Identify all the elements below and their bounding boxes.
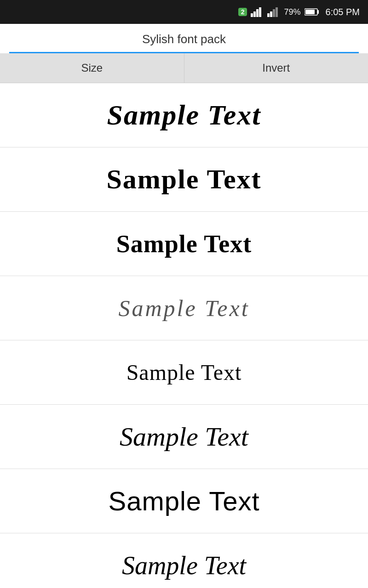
font-list-item-3[interactable]: Sample Text: [0, 212, 368, 276]
svg-rect-4: [267, 13, 270, 17]
font-sample-text-5: Sample Text: [126, 360, 242, 385]
font-sample-text-1: Sample Text: [107, 99, 261, 131]
font-list-item-5[interactable]: Sample Text: [0, 340, 368, 405]
font-list-item-7[interactable]: Sample Text: [0, 469, 368, 533]
size-button[interactable]: Size: [0, 53, 184, 83]
svg-rect-9: [317, 10, 319, 14]
app-header: Sylish font pack: [0, 24, 368, 53]
svg-rect-3: [259, 7, 261, 17]
svg-rect-10: [305, 10, 315, 14]
font-list-item-1[interactable]: Sample Text: [0, 83, 368, 147]
font-sample-text-8: Sample Text: [122, 551, 246, 580]
battery-icon: [305, 8, 319, 16]
notification-badge: 2: [238, 8, 247, 16]
status-bar: 2 79% 6:05 PM: [0, 0, 368, 24]
svg-rect-0: [251, 13, 253, 17]
font-list-item-2[interactable]: Sample Text: [0, 147, 368, 212]
font-sample-text-2: Sample Text: [106, 164, 261, 195]
svg-rect-5: [270, 11, 272, 17]
buttons-row: Size Invert: [0, 53, 368, 83]
signal-icon-2: [267, 7, 280, 17]
battery-text: 79%: [284, 7, 300, 17]
font-sample-text-4: Sample Text: [118, 295, 249, 322]
svg-rect-2: [256, 9, 259, 17]
signal-icon-1: [251, 7, 264, 17]
status-icons: 2 79% 6:05 PM: [238, 7, 360, 17]
font-list-item-4[interactable]: Sample Text: [0, 276, 368, 340]
svg-rect-1: [253, 11, 256, 17]
invert-button[interactable]: Invert: [184, 53, 368, 83]
svg-rect-7: [276, 7, 278, 17]
font-list: Sample TextSample TextSample TextSample …: [0, 83, 368, 588]
font-sample-text-7: Sample Text: [108, 486, 259, 516]
time-display: 6:05 PM: [326, 7, 360, 17]
font-sample-text-6: Sample Text: [120, 421, 248, 452]
font-list-item-8[interactable]: Sample Text: [0, 533, 368, 588]
font-sample-text-3: Sample Text: [116, 230, 252, 258]
font-list-item-6[interactable]: Sample Text: [0, 405, 368, 469]
svg-rect-6: [273, 9, 275, 17]
app-title: Sylish font pack: [9, 32, 359, 52]
